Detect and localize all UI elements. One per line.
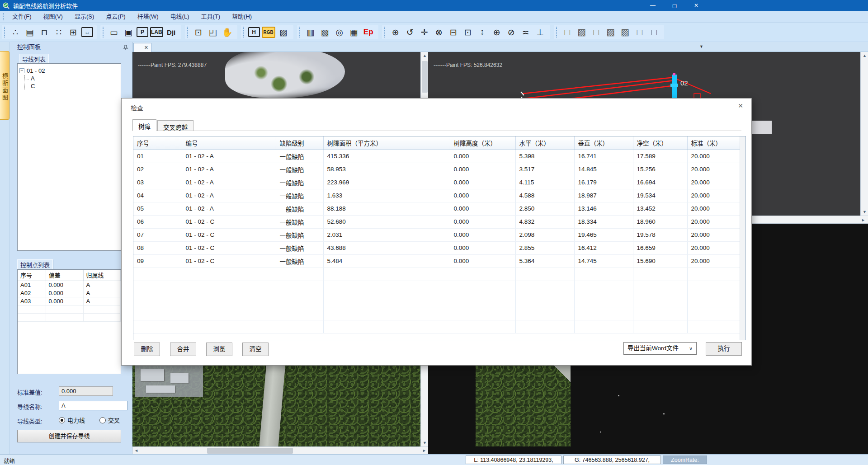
table-row[interactable]: A020.000A — [18, 289, 121, 297]
tree-root-node[interactable]: − 01 - 02 — [19, 67, 119, 74]
scrollbar-vertical-right[interactable]: ▲ ▼ — [860, 52, 868, 216]
scrollbar-horizontal-left[interactable]: ◄ ► — [132, 446, 428, 454]
p-file-icon[interactable]: P — [137, 27, 148, 37]
table-row[interactable]: 0601 - 02 - C一般缺陷52.6800.0004.83218.3341… — [133, 215, 745, 228]
crop-box-icon[interactable]: ⊡ — [462, 26, 474, 38]
scroll-thumb[interactable] — [422, 61, 428, 93]
scroll-thumb[interactable] — [207, 448, 293, 454]
wire-tree[interactable]: − 01 - 02 AC — [17, 63, 121, 251]
section-view-tab[interactable]: 横断面图 — [0, 51, 9, 120]
column-header[interactable]: 编号 — [182, 136, 276, 150]
column-header[interactable]: 水平（米） — [515, 136, 574, 150]
menu-item-4[interactable]: 点云(P) — [100, 11, 131, 23]
scroll-right-icon[interactable]: ► — [859, 216, 867, 224]
delete-button[interactable]: 删除 — [134, 343, 160, 356]
control-point-table[interactable]: 序号偏差归属线A010.000AA020.000AA030.000A — [17, 269, 121, 374]
run-button[interactable]: 执行 — [706, 342, 742, 356]
dialog-close-icon[interactable]: ✕ — [738, 102, 743, 109]
ground-level-icon[interactable]: ⊥ — [534, 26, 547, 38]
zoom-extent-icon[interactable]: ⊡ — [192, 26, 205, 38]
cube-view-icon-6[interactable]: □ — [633, 26, 646, 38]
area-measure-icon[interactable]: ▧ — [319, 26, 331, 38]
width-measure-icon[interactable]: ↔ — [81, 27, 93, 37]
cube-view-icon-7[interactable]: □ — [648, 26, 660, 38]
open-file-icon[interactable]: ▭ — [108, 26, 120, 38]
create-save-wire-button[interactable]: 创建并保存导线 — [17, 430, 121, 442]
menu-item-5[interactable]: 杆塔(W) — [132, 11, 165, 23]
scroll-up-icon[interactable]: ▲ — [861, 52, 868, 59]
table-row[interactable]: 0201 - 02 - A一般缺陷58.9530.0003.51714.8451… — [133, 163, 745, 176]
column-header[interactable]: 缺陷级别 — [276, 136, 323, 150]
document-tab[interactable]: ✕ — [133, 43, 151, 52]
chart-doc-icon[interactable]: ▦ — [348, 26, 360, 38]
column-header[interactable]: 树障高度（米） — [450, 136, 515, 150]
point-cloud-icon[interactable]: ∴ — [9, 26, 22, 38]
scroll-down-icon[interactable]: ▼ — [421, 439, 429, 446]
column-header[interactable]: 树障面积（平方米） — [323, 136, 450, 150]
rgb-mode-icon[interactable]: RGB — [262, 27, 275, 38]
lab-file-icon[interactable]: LAB — [150, 27, 163, 37]
cube-view-icon-3[interactable]: □ — [590, 26, 603, 38]
scroll-right-icon[interactable]: ► — [420, 447, 428, 454]
remove-circle-icon[interactable]: ⊘ — [505, 26, 518, 38]
delete-circle-icon[interactable]: ⊗ — [433, 26, 445, 38]
table-row[interactable]: 0701 - 02 - C一般缺陷2.0310.0002.09819.46519… — [133, 228, 745, 241]
pan-hand-icon[interactable]: ✋ — [221, 26, 234, 38]
scatter-icon[interactable]: ∷ — [52, 26, 65, 38]
column-header[interactable]: 序号 — [133, 136, 182, 150]
defect-table-container[interactable]: 序号编号缺陷级别树障面积（平方米）树障高度（米）水平（米）垂直（米）净空（米）标… — [133, 136, 746, 340]
table-row[interactable]: 0301 - 02 - A一般缺陷223.9690.0004.11516.179… — [133, 176, 745, 189]
lab-list-icon[interactable]: ▤ — [24, 26, 36, 38]
dialog-tab-1[interactable]: 树障 — [132, 119, 156, 131]
image-icon[interactable]: ▨ — [277, 26, 290, 38]
tree-node-a[interactable]: A — [25, 75, 119, 82]
std-dev-field[interactable] — [59, 386, 113, 396]
wire-name-field[interactable] — [59, 401, 127, 410]
maximize-button[interactable]: ▢ — [664, 0, 685, 11]
table-row[interactable]: 0101 - 02 - A一般缺陷415.3360.0005.39816.741… — [133, 150, 745, 163]
column-header[interactable]: 垂直（米） — [574, 136, 633, 150]
cube-view-icon-1[interactable]: □ — [561, 26, 574, 38]
table-row[interactable]: 0501 - 02 - A一般缺陷88.1880.0002.85013.1461… — [133, 202, 745, 215]
pin-icon[interactable] — [123, 44, 128, 54]
clear-button[interactable]: 清空 — [242, 343, 269, 356]
menu-item-6[interactable]: 电线(L) — [165, 11, 195, 23]
cube-view-icon-4[interactable]: ▨ — [604, 26, 617, 38]
undo-circle-icon[interactable]: ↺ — [404, 26, 416, 38]
browse-button[interactable]: 浏览 — [206, 343, 232, 356]
column-header[interactable]: 净空（米） — [633, 136, 687, 150]
move-icon[interactable]: ✛ — [418, 26, 431, 38]
tab-list-caret-icon[interactable]: ▼ — [699, 44, 703, 49]
menu-item-2[interactable]: 视图(V) — [38, 11, 69, 23]
menu-item-7[interactable]: 工具(T) — [195, 11, 226, 23]
tree-collapse-icon[interactable]: − — [19, 68, 24, 73]
slider-icon[interactable]: ⊟ — [447, 26, 460, 38]
scroll-up-icon[interactable]: ▲ — [421, 52, 429, 59]
radio-power-line[interactable]: 电力线 — [59, 416, 85, 424]
stamp-icon[interactable]: ⊓ — [38, 26, 51, 38]
dji-icon[interactable]: Dji — [165, 26, 178, 38]
ep-icon[interactable]: Ep — [362, 26, 375, 38]
close-button[interactable]: ✕ — [685, 0, 707, 11]
h-mode-icon[interactable]: H — [248, 27, 260, 37]
save-icon[interactable]: ▣ — [122, 26, 135, 38]
scroll-down-icon[interactable]: ▼ — [861, 208, 868, 216]
dialog-tab-2[interactable]: 交叉跨越 — [157, 120, 193, 131]
export-format-select[interactable]: 导出当前Word文件 ∨ — [623, 342, 697, 355]
table-row[interactable]: 0401 - 02 - A一般缺陷1.6330.0004.58818.98719… — [133, 189, 745, 202]
menu-item-8[interactable]: 帮助(H) — [226, 11, 258, 23]
column-header[interactable]: 标准（米） — [687, 136, 741, 150]
table-row[interactable]: 0901 - 02 - C一般缺陷5.4840.0005.36414.74515… — [133, 254, 745, 268]
minimize-button[interactable]: — — [642, 0, 664, 11]
location-pin-icon[interactable]: ◎ — [333, 26, 346, 38]
radio-cross[interactable]: 交叉 — [99, 416, 120, 424]
span-measure-icon[interactable]: ≍ — [519, 26, 532, 38]
tiles-icon[interactable]: ⊞ — [67, 26, 80, 38]
zoom-window-icon[interactable]: ◰ — [207, 26, 219, 38]
table-row[interactable]: A030.000A — [18, 297, 121, 305]
menu-item-3[interactable]: 显示(S) — [69, 11, 100, 23]
menu-item-1[interactable]: 文件(F) — [6, 11, 38, 23]
zoom-in-circle-icon[interactable]: ⊕ — [491, 26, 503, 38]
vertical-adjust-icon[interactable]: ↕ — [476, 26, 489, 38]
table-row[interactable]: A010.000A — [18, 281, 121, 289]
